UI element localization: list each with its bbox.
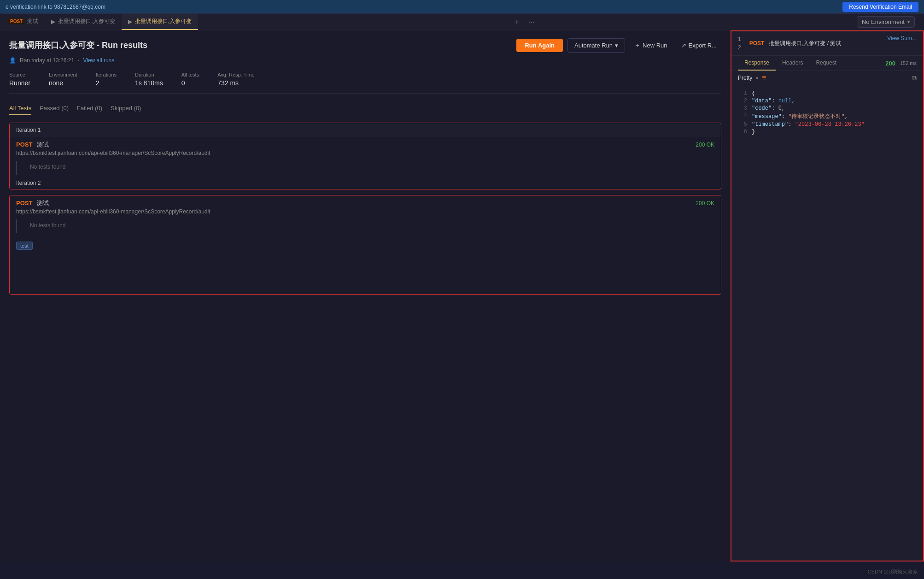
env-stat-label: Environment xyxy=(49,72,77,77)
iter-label: Iterations xyxy=(96,72,117,77)
iteration-2-block: POST 测试 200 OK https://bsmkftest.jianfua… xyxy=(9,195,721,295)
env-label: No Environment xyxy=(862,18,905,25)
line-num-2: 2 xyxy=(738,98,747,104)
tests-value: 0 xyxy=(181,79,185,87)
source-value: Runner xyxy=(9,79,30,87)
iteration-2-extra xyxy=(10,257,721,294)
copy-icon[interactable]: ⧉ xyxy=(912,74,917,82)
pretty-chevron-icon: ▾ xyxy=(756,76,758,81)
iter-value: 2 xyxy=(96,79,99,87)
code-line-1: 1 { xyxy=(731,90,923,97)
iteration-1-header: Iteration 1 xyxy=(10,123,721,137)
code-line-5: 5 "timestamp": "2023-06-28 13:26:23" xyxy=(731,121,923,128)
environment-selector[interactable]: No Environment ▾ xyxy=(857,16,915,28)
response-tabs: Response Headers Request 200 152 ms xyxy=(731,56,923,71)
response-status-code: 200 xyxy=(885,60,895,67)
test-badge[interactable]: test xyxy=(16,242,33,250)
pretty-label: Pretty xyxy=(738,75,752,81)
tab-bar: POST 测试 ▶ 批量调用接口,入参可变 ▶ 批量调用接口,入参可变 + ··… xyxy=(0,14,924,30)
stat-iterations: Iterations 2 xyxy=(96,72,117,87)
add-tab-button[interactable]: + xyxy=(512,17,522,27)
stat-all-tests: All tests 0 xyxy=(181,72,199,87)
left-panel: 批量调用接口,入参可变 - Run results Run Again Auto… xyxy=(0,30,731,561)
tab-post-test[interactable]: POST 测试 xyxy=(2,14,45,30)
tab-label-1: 测试 xyxy=(27,18,38,25)
iteration-1-block: Iteration 1 POST 测试 200 OK https://bsmkf… xyxy=(9,123,721,189)
row-num-1: 1 xyxy=(738,36,741,42)
rp-method: POST xyxy=(749,40,765,47)
iteration-2-label: Iteration 2 xyxy=(16,180,41,186)
code-line-3: 3 "code": 0, xyxy=(731,105,923,112)
code-line-4: 4 "message": "待审核记录状态不对", xyxy=(731,112,923,121)
filter-tab-passed[interactable]: Passed (0) xyxy=(40,102,69,115)
filter-tab-skipped[interactable]: Skipped (0) xyxy=(111,102,141,115)
iter2-method: POST xyxy=(16,200,32,207)
response-tab-headers[interactable]: Headers xyxy=(776,56,809,71)
stat-duration: Duration 1s 810ms xyxy=(135,72,163,87)
chevron-down-icon: ▾ xyxy=(907,19,910,24)
tab-batch-1[interactable]: ▶ 批量调用接口,入参可变 xyxy=(45,14,121,30)
automate-run-button[interactable]: Automate Run ▾ xyxy=(567,38,625,53)
right-panel: View Sum... 1 2 POST 批量调用接口,入参可变 / 测试 Re… xyxy=(731,30,924,561)
export-label: Export R... xyxy=(689,42,717,49)
line-num-1: 1 xyxy=(738,90,747,97)
iter2-status: 200 OK xyxy=(696,200,714,207)
automate-run-label: Automate Run xyxy=(574,42,613,49)
iter1-url: https://bsmkftest.jianfuan.com/api-ebill… xyxy=(16,150,714,156)
iteration-2-request[interactable]: POST 测试 200 OK https://bsmkftest.jianfua… xyxy=(10,195,721,219)
filter-tabs: All Tests Passed (0) Failed (0) Skipped … xyxy=(9,102,721,115)
response-toolbar: Pretty ▾ ≡ ⧉ xyxy=(731,71,923,85)
iter2-no-tests: No tests found xyxy=(16,219,714,233)
new-run-label: New Run xyxy=(643,42,667,49)
main-content: 批量调用接口,入参可变 - Run results Run Again Auto… xyxy=(0,30,924,561)
rp-title: 批量调用接口,入参可变 / 测试 xyxy=(769,40,841,47)
json-close-brace: } xyxy=(752,129,755,135)
stats-row: Source Runner Environment none Iteration… xyxy=(9,72,721,94)
iteration-1-label: Iteration 1 xyxy=(16,127,41,133)
filter-passed-label: Passed (0) xyxy=(40,105,69,112)
env-stat-value: none xyxy=(49,79,63,87)
line-num-5: 5 xyxy=(738,121,747,128)
filter-tab-failed[interactable]: Failed (0) xyxy=(77,102,102,115)
footer-credit: CSDN @D到烟火清凉 xyxy=(868,568,918,575)
iter1-name: 测试 xyxy=(37,141,49,148)
filter-tab-all[interactable]: All Tests xyxy=(9,102,31,115)
resend-verification-button[interactable]: Resend Verification Email xyxy=(842,2,918,12)
iter1-no-tests: No tests found xyxy=(16,161,714,175)
run-again-button[interactable]: Run Again xyxy=(516,39,563,52)
notification-text: e verification link to 987812687@qq.com xyxy=(6,4,105,10)
tab-more-button[interactable]: ··· xyxy=(526,17,537,27)
response-tab-response[interactable]: Response xyxy=(738,56,776,71)
iter2-name: 测试 xyxy=(37,200,49,207)
ran-at-label: Ran today at 13:26:21 xyxy=(20,57,74,64)
run-actions: Run Again Automate Run ▾ ＋ New Run ↗ Exp… xyxy=(516,38,721,53)
play-icon-2: ▶ xyxy=(128,18,132,25)
post-badge: POST xyxy=(8,18,24,24)
stat-source: Source Runner xyxy=(9,72,30,87)
filter-all-label: All Tests xyxy=(9,105,31,112)
response-tab-request[interactable]: Request xyxy=(809,56,843,71)
iteration-1-request[interactable]: POST 测试 200 OK https://bsmkftest.jianfua… xyxy=(10,137,721,161)
run-header: 批量调用接口,入参可变 - Run results Run Again Auto… xyxy=(9,38,721,53)
code-line-2: 2 "data": null, xyxy=(731,97,923,105)
iter2-badge-area: test xyxy=(10,238,721,257)
tab-batch-2[interactable]: ▶ 批量调用接口,入参可变 xyxy=(122,14,198,30)
json-message: "message": "待审核记录状态不对", xyxy=(752,112,848,120)
export-button[interactable]: ↗ Export R... xyxy=(677,39,721,52)
export-icon: ↗ xyxy=(681,42,686,49)
run-meta: 👤 Ran today at 13:26:21 · View all runs xyxy=(9,57,721,64)
run-title: 批量调用接口,入参可变 - Run results xyxy=(9,40,147,51)
json-code: "code": 0, xyxy=(752,105,785,112)
plus-icon: ＋ xyxy=(634,41,640,49)
wrap-icon[interactable]: ≡ xyxy=(762,74,766,82)
json-open-brace: { xyxy=(752,90,755,97)
filter-failed-label: Failed (0) xyxy=(77,105,102,112)
view-summary-link[interactable]: View Sum... xyxy=(881,31,923,45)
iter1-status: 200 OK xyxy=(696,142,714,148)
play-icon-1: ▶ xyxy=(51,18,55,25)
request-tab-label: Request xyxy=(816,59,836,66)
new-run-button[interactable]: ＋ New Run xyxy=(630,38,672,53)
avg-label: Avg. Resp. Time xyxy=(217,72,255,77)
tab-label-2: 批量调用接口,入参可变 xyxy=(58,18,115,25)
view-all-runs-link[interactable]: View all runs xyxy=(83,57,114,64)
